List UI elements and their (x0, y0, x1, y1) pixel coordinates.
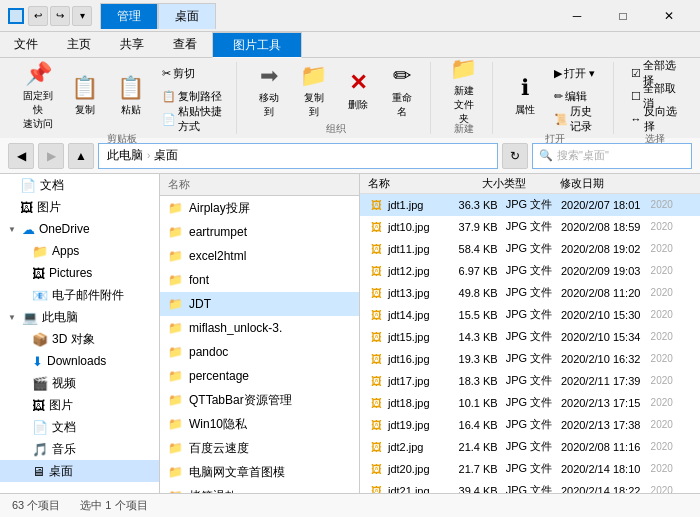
file-row[interactable]: 🖼jdt18.jpg 10.1 KB JPG 文件 2020/2/13 17:1… (360, 392, 700, 414)
maximize-btn[interactable]: □ (600, 0, 646, 32)
file-date: 2020/2/10 15:34 (561, 331, 651, 343)
file-date: 2020/2/13 17:38 (561, 419, 651, 431)
history-btn[interactable]: 📜 历史记录 (549, 108, 604, 130)
delete-btn[interactable]: ✕ 删除 (338, 62, 378, 120)
file-row[interactable]: 🖼jdt21.jpg 39.4 KB JPG 文件 2020/2/14 18:2… (360, 480, 700, 493)
folder-list-item[interactable]: 📁excel2html (160, 244, 359, 268)
search-box[interactable]: 🔍 搜索"桌面" (532, 143, 692, 169)
folder-item-name: 百度云速度 (189, 440, 249, 457)
copy-to-icon: 📁 (300, 63, 327, 89)
ribbon-group-organize: ➡ 移动到 📁 复制到 ✕ 删除 ✏ 重命名 组织 (241, 62, 431, 134)
sidebar-item-pictures[interactable]: 🖼 图片 (0, 196, 159, 218)
sidebar-item-documents2[interactable]: 📄 文档 (0, 416, 159, 438)
paste-shortcut-btn[interactable]: 📄 粘贴快捷方式 (157, 108, 228, 130)
folder-list-item[interactable]: 📁pandoc (160, 340, 359, 364)
file-row[interactable]: 🖼jdt19.jpg 16.4 KB JPG 文件 2020/2/13 17:3… (360, 414, 700, 436)
folder-list-item[interactable]: 📁miflash_unlock-3. (160, 316, 359, 340)
folder-item-name: 烤箱退款 (189, 488, 237, 494)
jpg-icon: 🖼 (368, 285, 384, 301)
new-folder-btn[interactable]: 📁 新建文件夹 (443, 62, 484, 120)
move-to-btn[interactable]: ➡ 移动到 (249, 62, 289, 120)
sidebar-item-onedrive[interactable]: ▼ ☁ OneDrive (0, 218, 159, 240)
open-btn[interactable]: ▶ 打开 ▾ (549, 62, 604, 84)
file-row[interactable]: 🖼jdt12.jpg 6.97 KB JPG 文件 2020/2/09 19:0… (360, 260, 700, 282)
file-size: 37.9 KB (448, 221, 506, 233)
sidebar-item-3dobjects[interactable]: 📦 3D 对象 (0, 328, 159, 350)
downloads-icon: ⬇ (32, 354, 43, 369)
undo-btn[interactable]: ↩ (28, 6, 48, 26)
col-size[interactable]: 大小 (448, 176, 504, 191)
file-row[interactable]: 🖼jdt11.jpg 58.4 KB JPG 文件 2020/2/08 19:0… (360, 238, 700, 260)
folder-list-item[interactable]: 📁百度云速度 (160, 436, 359, 460)
file-date: 2020/2/11 17:39 (561, 375, 651, 387)
col-name[interactable]: 名称 (368, 176, 448, 191)
sidebar-item-label: 电子邮件附件 (52, 287, 124, 304)
back-btn[interactable]: ◀ (8, 143, 34, 169)
file-row[interactable]: 🖼jdt13.jpg 49.8 KB JPG 文件 2020/2/08 11:2… (360, 282, 700, 304)
properties-btn[interactable]: ℹ 属性 (505, 67, 545, 125)
sidebar-item-email-attachments[interactable]: 📧 电子邮件附件 (0, 284, 159, 306)
folder-list-item[interactable]: 📁font (160, 268, 359, 292)
tab-desktop[interactable]: 桌面 (158, 3, 216, 29)
file-row[interactable]: 🖼jdt16.jpg 19.3 KB JPG 文件 2020/2/10 16:3… (360, 348, 700, 370)
rename-btn[interactable]: ✏ 重命名 (382, 62, 422, 120)
path-desktop: 桌面 (154, 147, 178, 164)
ribbon-tab-view[interactable]: 查看 (159, 32, 212, 57)
copy-btn[interactable]: 📋 复制 (65, 67, 105, 125)
folder-list-item[interactable]: 📁eartrumpet (160, 220, 359, 244)
minimize-btn[interactable]: ─ (554, 0, 600, 32)
file-size: 39.4 KB (448, 485, 506, 494)
ribbon-tab-share[interactable]: 共享 (106, 32, 159, 57)
redo-btn[interactable]: ↪ (50, 6, 70, 26)
ribbon-tab-picture-tools[interactable]: 图片工具 (212, 32, 302, 58)
folder-list-item[interactable]: 📁Win10隐私 (160, 412, 359, 436)
sidebar-item-pictures2[interactable]: 🖼 Pictures (0, 262, 159, 284)
forward-btn[interactable]: ▶ (38, 143, 64, 169)
sidebar-item-pictures3[interactable]: 🖼 图片 (0, 394, 159, 416)
ribbon-tab-home[interactable]: 主页 (53, 32, 106, 57)
file-date: 2020/2/10 15:30 (561, 309, 651, 321)
folder-list-item[interactable]: 📁QTTabBar资源管理 (160, 388, 359, 412)
desktop-icon: 🖥 (32, 464, 45, 479)
ribbon-tab-file[interactable]: 文件 (0, 32, 53, 57)
copy-to-btn[interactable]: 📁 复制到 (293, 62, 333, 120)
sidebar-item-music[interactable]: 🎵 音乐 (0, 438, 159, 460)
down-arrow-btn[interactable]: ▾ (72, 6, 92, 26)
folder-list-item[interactable]: 📁percentage (160, 364, 359, 388)
file-name: 🖼jdt21.jpg (368, 483, 448, 494)
file-type: JPG 文件 (506, 461, 561, 476)
pin-to-quickaccess-btn[interactable]: 📌 固定到快速访问 (16, 67, 61, 125)
sidebar-item-videos[interactable]: 🎬 视频 (0, 372, 159, 394)
sidebar: 📄 文档 🖼 图片 ▼ ☁ OneDrive 📁 Apps 🖼 Pictures… (0, 174, 160, 493)
sidebar-item-desktop[interactable]: 🖥 桌面 (0, 460, 159, 482)
up-btn[interactable]: ▲ (68, 143, 94, 169)
sidebar-item-downloads[interactable]: ⬇ Downloads (0, 350, 159, 372)
folder-list-item[interactable]: 📁电脑网文章首图模 (160, 460, 359, 484)
sidebar-item-documents[interactable]: 📄 文档 (0, 174, 159, 196)
file-row[interactable]: 🖼jdt14.jpg 15.5 KB JPG 文件 2020/2/10 15:3… (360, 304, 700, 326)
file-row[interactable]: 🖼jdt1.jpg 36.3 KB JPG 文件 2020/2/07 18:01… (360, 194, 700, 216)
cut-btn[interactable]: ✂ 剪切 (157, 62, 228, 84)
col-date[interactable]: 修改日期 (560, 176, 651, 191)
file-extra: 2020 (651, 353, 692, 364)
file-row[interactable]: 🖼jdt20.jpg 21.7 KB JPG 文件 2020/2/14 18:1… (360, 458, 700, 480)
address-path[interactable]: 此电脑 › 桌面 (98, 143, 498, 169)
file-row[interactable]: 🖼jdt15.jpg 14.3 KB JPG 文件 2020/2/10 15:3… (360, 326, 700, 348)
paste-btn[interactable]: 📋 粘贴 (109, 67, 153, 125)
pictures3-icon: 🖼 (32, 398, 45, 413)
folder-list-item[interactable]: 📁Airplay投屏 (160, 196, 359, 220)
sidebar-item-apps[interactable]: 📁 Apps (0, 240, 159, 262)
tab-manage[interactable]: 管理 (100, 3, 158, 29)
file-extra: 2020 (651, 243, 692, 254)
close-btn[interactable]: ✕ (646, 0, 692, 32)
file-row[interactable]: 🖼jdt10.jpg 37.9 KB JPG 文件 2020/2/08 18:5… (360, 216, 700, 238)
folder-list-item[interactable]: 📁JDT (160, 292, 359, 316)
sidebar-item-thispc[interactable]: ▼ 💻 此电脑 (0, 306, 159, 328)
folder-item-icon: 📁 (168, 489, 183, 493)
refresh-btn[interactable]: ↻ (502, 143, 528, 169)
invert-select-btn[interactable]: ↔ 反向选择 (626, 108, 684, 130)
file-row[interactable]: 🖼jdt2.jpg 21.4 KB JPG 文件 2020/2/08 11:16… (360, 436, 700, 458)
folder-list-item[interactable]: 📁烤箱退款 (160, 484, 359, 493)
file-row[interactable]: 🖼jdt17.jpg 18.3 KB JPG 文件 2020/2/11 17:3… (360, 370, 700, 392)
col-type[interactable]: 类型 (504, 176, 560, 191)
